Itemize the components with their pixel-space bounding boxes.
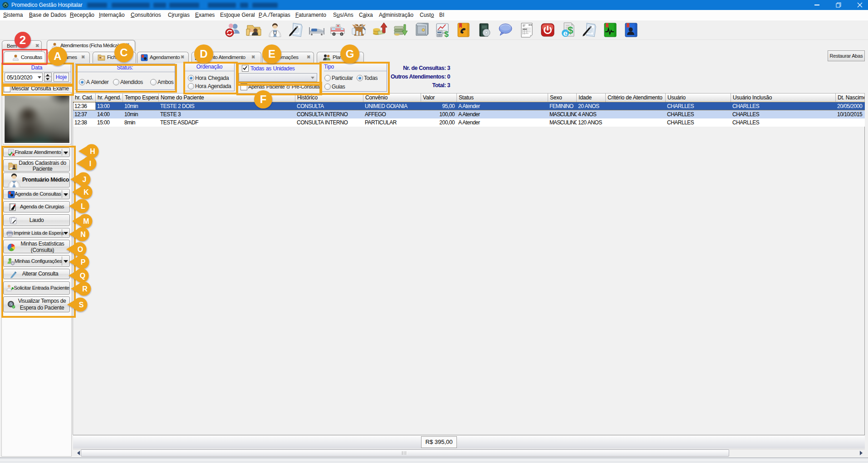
svg-text:e: e — [563, 29, 567, 38]
svg-text:$: $ — [444, 30, 449, 38]
